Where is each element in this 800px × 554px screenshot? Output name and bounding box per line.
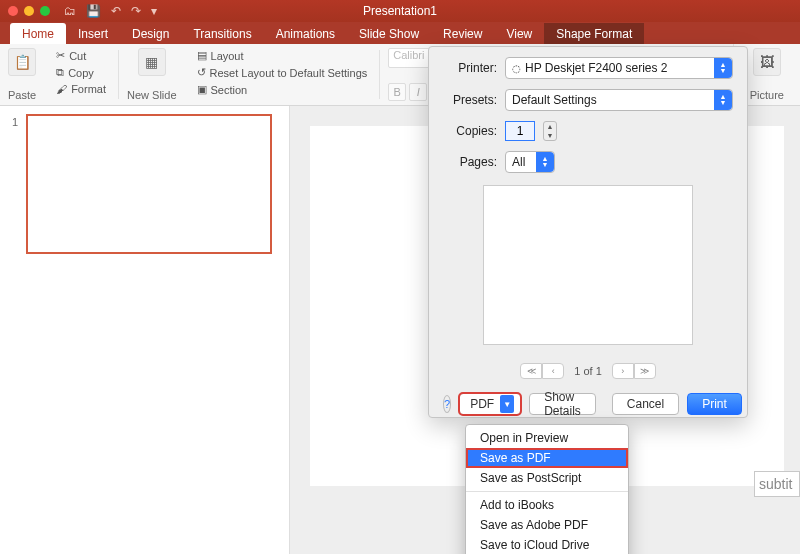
last-page-button[interactable]: ≫ bbox=[634, 363, 656, 379]
prev-page-button[interactable]: ‹ bbox=[542, 363, 564, 379]
menu-save-as-adobe-pdf[interactable]: Save as Adobe PDF bbox=[466, 515, 628, 535]
presets-select[interactable]: Default Settings ▲▼ bbox=[505, 89, 733, 111]
printer-status-icon: ◌ bbox=[512, 63, 521, 74]
menu-add-to-ibooks[interactable]: Add to iBooks bbox=[466, 495, 628, 515]
menu-save-as-pdf[interactable]: Save as PDF bbox=[466, 448, 628, 468]
scissors-icon: ✂ bbox=[56, 49, 65, 62]
clipboard-group: ✂Cut ⧉Copy 🖌Format bbox=[44, 44, 118, 105]
tab-review[interactable]: Review bbox=[431, 23, 494, 44]
menu-save-to-icloud[interactable]: Save to iCloud Drive bbox=[466, 535, 628, 554]
paste-label: Paste bbox=[8, 89, 36, 101]
help-button[interactable]: ? bbox=[443, 395, 451, 413]
picture-label: Picture bbox=[750, 89, 784, 101]
menu-open-in-preview[interactable]: Open in Preview bbox=[466, 428, 628, 448]
show-details-button[interactable]: Show Details bbox=[529, 393, 596, 415]
bold-button[interactable]: B bbox=[388, 83, 406, 101]
format-painter-button[interactable]: 🖌Format bbox=[52, 82, 110, 96]
chevron-updown-icon: ▲▼ bbox=[536, 152, 554, 172]
window-titlebar: 🗂 💾 ↶ ↷ ▾ Presentation1 bbox=[0, 0, 800, 22]
tab-animations[interactable]: Animations bbox=[264, 23, 347, 44]
chevron-up-icon: ▲ bbox=[544, 122, 556, 131]
new-slide-label: New Slide bbox=[127, 90, 177, 101]
tab-transitions[interactable]: Transitions bbox=[181, 23, 263, 44]
print-preview bbox=[483, 185, 693, 345]
chevron-down-icon: ▼ bbox=[500, 395, 514, 413]
italic-button[interactable]: I bbox=[409, 83, 427, 101]
pdf-dropdown-menu: Open in Preview Save as PDF Save as Post… bbox=[465, 424, 629, 554]
tab-shape-format[interactable]: Shape Format bbox=[544, 23, 644, 44]
reset-label: Reset Layout to Default Settings bbox=[210, 67, 368, 79]
section-icon: ▣ bbox=[197, 83, 207, 96]
copies-stepper[interactable]: ▲▼ bbox=[543, 121, 557, 141]
chevron-down-icon: ▼ bbox=[544, 131, 556, 140]
slide-number: 1 bbox=[12, 114, 18, 128]
thumbnail-row[interactable]: 1 bbox=[12, 114, 277, 254]
tab-insert[interactable]: Insert bbox=[66, 23, 120, 44]
copy-button[interactable]: ⧉Copy bbox=[52, 65, 110, 80]
presets-value: Default Settings bbox=[512, 93, 597, 107]
new-slide-button[interactable]: ▦ New Slide bbox=[119, 44, 185, 105]
tab-design[interactable]: Design bbox=[120, 23, 181, 44]
pages-label: Pages: bbox=[443, 155, 497, 169]
new-slide-icon: ▦ bbox=[138, 48, 166, 76]
first-page-button[interactable]: ≪ bbox=[520, 363, 542, 379]
paste-group[interactable]: 📋 Paste bbox=[0, 44, 44, 105]
reset-layout-button[interactable]: ↺Reset Layout to Default Settings bbox=[193, 65, 372, 80]
printer-value: HP Deskjet F2400 series 2 bbox=[525, 61, 668, 75]
ribbon-tab-strip: Home Insert Design Transitions Animation… bbox=[0, 22, 800, 44]
chevron-updown-icon: ▲▼ bbox=[714, 58, 732, 78]
paste-icon: 📋 bbox=[8, 48, 36, 76]
presets-label: Presets: bbox=[443, 93, 497, 107]
document-title: Presentation1 bbox=[0, 4, 800, 18]
layout-icon: ▤ bbox=[197, 49, 207, 62]
printer-label: Printer: bbox=[443, 61, 497, 75]
picture-icon: 🖼 bbox=[753, 48, 781, 76]
print-button[interactable]: Print bbox=[687, 393, 742, 415]
section-button[interactable]: ▣Section bbox=[193, 82, 372, 97]
layout-button[interactable]: ▤Layout bbox=[193, 48, 372, 63]
next-page-button[interactable]: › bbox=[612, 363, 634, 379]
tab-slideshow[interactable]: Slide Show bbox=[347, 23, 431, 44]
menu-save-as-postscript[interactable]: Save as PostScript bbox=[466, 468, 628, 488]
slide-thumbnail-panel: 1 bbox=[0, 106, 290, 554]
tab-home[interactable]: Home bbox=[10, 23, 66, 44]
pages-select[interactable]: All ▲▼ bbox=[505, 151, 555, 173]
slides-group: ▤Layout ↺Reset Layout to Default Setting… bbox=[185, 44, 380, 105]
cancel-button[interactable]: Cancel bbox=[612, 393, 679, 415]
printer-select[interactable]: ◌ HP Deskjet F2400 series 2 ▲▼ bbox=[505, 57, 733, 79]
reset-icon: ↺ bbox=[197, 66, 206, 79]
copies-label: Copies: bbox=[443, 124, 497, 138]
copy-icon: ⧉ bbox=[56, 66, 64, 79]
pdf-dropdown-button[interactable]: PDF ▼ bbox=[459, 393, 521, 415]
chevron-updown-icon: ▲▼ bbox=[714, 90, 732, 110]
copy-label: Copy bbox=[68, 67, 94, 79]
pages-value: All bbox=[512, 155, 525, 169]
cut-label: Cut bbox=[69, 50, 86, 62]
cut-button[interactable]: ✂Cut bbox=[52, 48, 110, 63]
subtitle-placeholder[interactable]: subtit bbox=[754, 471, 800, 497]
print-pager: ≪ ‹ 1 of 1 › ≫ bbox=[443, 363, 733, 379]
tab-view[interactable]: View bbox=[494, 23, 544, 44]
pdf-label: PDF bbox=[470, 397, 494, 411]
format-label: Format bbox=[71, 83, 106, 95]
layout-label: Layout bbox=[211, 50, 244, 62]
print-dialog: Printer: ◌ HP Deskjet F2400 series 2 ▲▼ … bbox=[428, 46, 748, 418]
brush-icon: 🖌 bbox=[56, 83, 67, 95]
copies-input[interactable] bbox=[505, 121, 535, 141]
page-indicator: 1 of 1 bbox=[574, 365, 602, 377]
menu-separator bbox=[466, 491, 628, 492]
slide-thumbnail-1[interactable] bbox=[26, 114, 272, 254]
section-label: Section bbox=[211, 84, 248, 96]
